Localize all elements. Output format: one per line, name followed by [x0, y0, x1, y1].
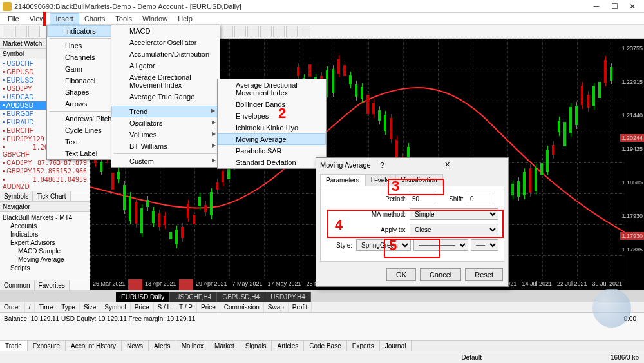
- style-color-select[interactable]: SpringGreen: [356, 239, 411, 251]
- chart-tabs: EURUSD,Daily USDCHF,H4 GBPUSD,H4 USDJPY,…: [0, 290, 644, 302]
- tab-parameters[interactable]: Parameters: [320, 174, 365, 186]
- mi-ichimoku[interactable]: Ichimoku Kinko Hyo: [218, 122, 326, 133]
- mi-bill-williams[interactable]: Bill Williams: [111, 141, 220, 152]
- reset-button[interactable]: Reset: [465, 268, 503, 281]
- globe-icon: [592, 289, 631, 328]
- terminal-tab[interactable]: Signals: [240, 341, 272, 351]
- tab-tick-chart[interactable]: Tick Chart: [33, 191, 70, 201]
- method-select[interactable]: Simple: [410, 208, 498, 220]
- price-label: 1.17930: [621, 213, 644, 219]
- order-col: Size: [80, 302, 100, 312]
- moving-average-dialog: Moving Average ? ✕ Parameters Levels Vis…: [316, 157, 509, 287]
- nav-root[interactable]: BlackBull Markets - MT4: [3, 213, 87, 222]
- toolbar-zoom-in-icon[interactable]: [222, 26, 233, 37]
- navigator-tree: BlackBull Markets - MT4 Accounts Indicat…: [0, 212, 90, 280]
- menu-charts[interactable]: Charts: [79, 14, 110, 24]
- maximize-button[interactable]: ☐: [605, 1, 623, 12]
- toolbar-button[interactable]: [299, 26, 310, 37]
- terminal-tab[interactable]: Mailbox: [176, 341, 209, 351]
- mi-accel[interactable]: Accelerator Oscillator: [111, 37, 220, 48]
- toolbar-button[interactable]: [15, 26, 27, 37]
- order-col: Order: [0, 302, 25, 312]
- terminal-tab[interactable]: Articles: [272, 341, 304, 351]
- toolbar-button[interactable]: [28, 26, 40, 37]
- toolbar-button[interactable]: [3, 26, 14, 37]
- minimize-button[interactable]: ─: [587, 1, 605, 12]
- chart-tab-usdjpy[interactable]: USDJPY,H4: [265, 292, 311, 302]
- mi-stddev[interactable]: Standard Deviation: [218, 157, 326, 168]
- style-line-select[interactable]: ────────: [413, 239, 468, 251]
- menu-insert[interactable]: Insert: [50, 13, 79, 25]
- close-button[interactable]: ✕: [623, 1, 641, 12]
- time-label: [179, 279, 193, 290]
- order-col: Time: [35, 302, 57, 312]
- price-scale: 1.237551.229151.214401.194251.185851.179…: [625, 39, 644, 279]
- terminal-tab[interactable]: Code Base: [304, 341, 346, 351]
- toolbar-button[interactable]: [247, 26, 259, 37]
- menu-help[interactable]: Help: [173, 14, 198, 24]
- price-label: 1.21440: [621, 112, 644, 119]
- terminal-tab[interactable]: Alerts: [149, 341, 176, 351]
- nav-indicators[interactable]: Indicators: [3, 230, 87, 239]
- terminal-tab[interactable]: Journal: [380, 341, 412, 351]
- terminal-tab[interactable]: Experts: [347, 341, 380, 351]
- toolbar-button[interactable]: [273, 26, 285, 37]
- col-symbol: Symbol: [0, 49, 45, 59]
- menu-window[interactable]: Window: [137, 14, 173, 24]
- mi-trend[interactable]: Trend: [111, 106, 220, 117]
- terminal-tab[interactable]: Account History: [66, 341, 122, 351]
- menu-file[interactable]: File: [3, 14, 24, 24]
- toolbar-button[interactable]: [286, 26, 298, 37]
- nav-moving-average[interactable]: Moving Average: [3, 255, 87, 264]
- style-width-select[interactable]: ──: [471, 239, 498, 251]
- tab-symbols[interactable]: Symbols: [0, 191, 33, 201]
- apply-select[interactable]: Close: [410, 224, 498, 235]
- shift-input[interactable]: [468, 193, 493, 204]
- dialog-close-button[interactable]: ✕: [440, 161, 504, 169]
- menu-view[interactable]: View: [24, 14, 50, 24]
- mi-alligator[interactable]: Alligator: [111, 60, 220, 72]
- navigator-header: Navigator: [0, 201, 90, 212]
- chart-tab-gbpusd[interactable]: GBPUSD,H4: [217, 292, 265, 302]
- nav-macd-sample[interactable]: MACD Sample: [3, 247, 87, 255]
- tab-favorites[interactable]: Favorites: [35, 280, 70, 290]
- terminal-tab[interactable]: News: [122, 341, 149, 351]
- mi-envelopes[interactable]: Envelopes: [218, 110, 326, 122]
- dialog-help-button[interactable]: ?: [376, 161, 440, 169]
- tab-levels[interactable]: Levels: [365, 174, 395, 186]
- ok-button[interactable]: OK: [386, 268, 416, 281]
- nav-accounts[interactable]: Accounts: [3, 222, 87, 230]
- mi-oscillators[interactable]: Oscillators: [111, 117, 220, 129]
- mi-adx[interactable]: Average Directional Movement Index: [111, 72, 220, 91]
- nav-scripts[interactable]: Scripts: [3, 264, 87, 272]
- mi-atr[interactable]: Average True Range: [111, 91, 220, 103]
- nav-expert-advisors[interactable]: Expert Advisors: [3, 239, 87, 247]
- mi-ad[interactable]: Accumulation/Distribution: [111, 48, 220, 60]
- mi-volumes[interactable]: Volumes: [111, 129, 220, 141]
- mi-macd[interactable]: MACD: [111, 25, 220, 37]
- mi-psar[interactable]: Parabolic SAR: [218, 145, 326, 157]
- market-watch-row[interactable]: • GBPJPY152.855152.966: [0, 167, 90, 175]
- terminal-tab[interactable]: Exposure: [28, 341, 66, 351]
- toolbar-zoom-out-icon[interactable]: [234, 26, 246, 37]
- price-label: 1.17385: [621, 246, 644, 253]
- tab-visualization[interactable]: Visualization: [395, 174, 443, 186]
- chart-tab-usdchf[interactable]: USDCHF,H4: [170, 292, 217, 302]
- period-input[interactable]: [410, 193, 435, 204]
- terminal-tab[interactable]: Market: [209, 341, 240, 351]
- menu-tools[interactable]: Tools: [110, 14, 137, 24]
- order-col: S / L: [154, 302, 176, 312]
- order-col: Symbol: [100, 302, 130, 312]
- tab-common[interactable]: Common: [0, 280, 35, 290]
- toolbar-button[interactable]: [260, 26, 272, 37]
- mi-adx2[interactable]: Average Directional Movement Index: [218, 79, 326, 99]
- market-watch-row[interactable]: • AUDNZD1.048631.04959: [0, 175, 90, 191]
- terminal-tab[interactable]: Trade: [0, 341, 28, 351]
- chart-tab-eurusd[interactable]: EURUSD,Daily: [116, 292, 170, 302]
- mi-custom[interactable]: Custom: [111, 155, 220, 167]
- cancel-button[interactable]: Cancel: [420, 268, 461, 281]
- trend-submenu: Average Directional Movement Index Bolli…: [217, 79, 327, 169]
- mi-bollinger[interactable]: Bollinger Bands: [218, 99, 326, 110]
- mi-moving-average[interactable]: Moving Average: [218, 133, 326, 145]
- statusbar: Default 1686/3 kb: [0, 351, 644, 363]
